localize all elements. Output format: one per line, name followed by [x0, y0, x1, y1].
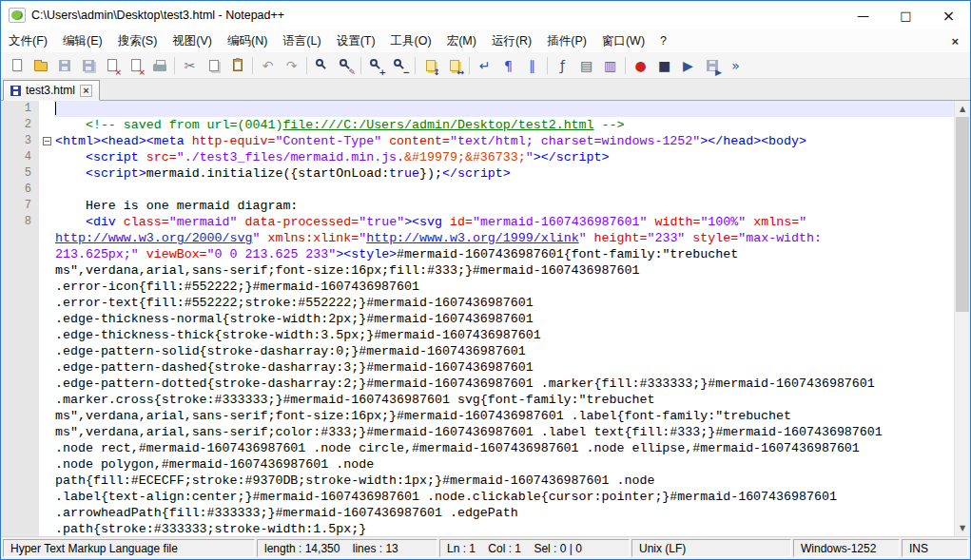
- fold-margin: [39, 230, 54, 246]
- show-indent-guide-button[interactable]: ∥: [520, 54, 544, 77]
- code-line[interactable]: .label{text-align:center;}#mermaid-16074…: [1, 489, 954, 505]
- menu-item-window[interactable]: 窗口(W): [594, 29, 652, 52]
- fold-margin: [39, 392, 54, 408]
- editor[interactable]: 12 <!-- saved from url=(0041)file:///C:/…: [1, 101, 970, 536]
- menubar-close-button[interactable]: ×: [940, 34, 970, 48]
- scrollbar-thumb[interactable]: [956, 117, 969, 312]
- function-list-button[interactable]: ƒ: [551, 54, 574, 77]
- code-line[interactable]: 213.625px;" viewBox="0 0 213.625 233"><s…: [1, 246, 954, 262]
- show-all-characters-button[interactable]: ¶: [496, 54, 520, 77]
- document-list-button[interactable]: ▥: [598, 54, 622, 77]
- print-button[interactable]: [147, 54, 171, 77]
- sync-horizontal-scroll-button[interactable]: ↔: [442, 54, 466, 77]
- menu-item-file[interactable]: 文件(F): [1, 29, 55, 52]
- open-file-button[interactable]: [29, 54, 52, 77]
- code-line[interactable]: .error-icon{fill:#552222;}#mermaid-16074…: [1, 279, 954, 295]
- code-line[interactable]: .path{stroke:#333333;stroke-width:1.5px;…: [1, 521, 954, 536]
- code-line[interactable]: .arrowheadPath{fill:#333333;}#mermaid-16…: [1, 505, 954, 521]
- find-button[interactable]: [310, 54, 334, 77]
- menu-item-language[interactable]: 语言(L): [275, 29, 328, 52]
- cut-button[interactable]: ✂: [178, 54, 202, 77]
- vertical-scrollbar[interactable]: ▲ ▼: [954, 101, 970, 536]
- close-file-button[interactable]: ×: [100, 54, 124, 77]
- start-recording-button[interactable]: ●: [629, 54, 652, 77]
- code-line[interactable]: http://www.w3.org/2000/svg" xmlns:xlink=…: [1, 230, 954, 246]
- zoom-out-button[interactable]: −: [388, 54, 412, 77]
- menu-item-tools[interactable]: 工具(O): [383, 29, 439, 52]
- word-wrap-button[interactable]: ↵: [473, 54, 496, 77]
- code-line[interactable]: ms",verdana,arial,sans-serif;font-size:1…: [1, 262, 954, 279]
- tab-test3-html[interactable]: test3.html ×: [3, 80, 100, 101]
- paste-button[interactable]: [225, 54, 249, 77]
- code-line[interactable]: .edge-pattern-dashed{stroke-dasharray:3;…: [1, 359, 954, 376]
- code-line[interactable]: 2 <!-- saved from url=(0041)file:///C:/U…: [1, 117, 954, 133]
- line-number: [1, 521, 39, 536]
- code-line[interactable]: .marker.cross{stroke:#333333;}#mermaid-1…: [1, 392, 954, 408]
- code-line[interactable]: ms",verdana,arial,sans-serif;color:#333;…: [1, 424, 954, 440]
- code-text: .node polygon,#mermaid-1607436987601 .no…: [54, 456, 954, 473]
- new-file-button[interactable]: [5, 54, 29, 77]
- save-file-button[interactable]: [52, 54, 76, 77]
- menu-item-run[interactable]: 运行(R): [484, 29, 539, 52]
- toolbar-separator: [469, 57, 470, 74]
- fold-margin: [39, 456, 54, 473]
- sync-vertical-scroll-button[interactable]: ↕: [418, 54, 442, 77]
- code-line[interactable]: 1: [1, 101, 954, 117]
- stop-recording-button[interactable]: ■: [652, 54, 676, 77]
- code-line[interactable]: .edge-pattern-solid{stroke-dasharray:0;}…: [1, 343, 954, 359]
- scroll-up-button[interactable]: ▲: [955, 101, 970, 117]
- save-all-button[interactable]: [76, 54, 100, 77]
- tab-close-icon[interactable]: ×: [80, 85, 92, 97]
- notepadpp-app-icon: [9, 8, 26, 23]
- code-line[interactable]: .edge-thickness-normal{stroke-width:2px;…: [1, 311, 954, 327]
- code-line[interactable]: .error-text{fill:#552222;stroke:#552222;…: [1, 295, 954, 311]
- menu-item-search[interactable]: 搜索(S): [110, 29, 165, 52]
- redo-button[interactable]: ↷: [280, 54, 303, 77]
- code-line[interactable]: .node polygon,#mermaid-1607436987601 .no…: [1, 456, 954, 473]
- code-text: .node rect,#mermaid-1607436987601 .node …: [54, 440, 954, 456]
- code-line[interactable]: .node rect,#mermaid-1607436987601 .node …: [1, 440, 954, 456]
- menu-item-help[interactable]: ?: [652, 29, 674, 52]
- replace-button[interactable]: ✎: [334, 54, 358, 77]
- statusbar-cursor-position: Ln : 1 Col : 1 Sel : 0 | 0: [439, 539, 630, 557]
- zoom-in-button[interactable]: +: [364, 54, 388, 77]
- minimize-button[interactable]: —: [842, 1, 884, 29]
- code-line[interactable]: ms",verdana,arial,sans-serif;font-size:1…: [1, 408, 954, 424]
- code-line[interactable]: .edge-pattern-dotted{stroke-dasharray:2;…: [1, 376, 954, 392]
- toolbar-separator: [174, 57, 175, 74]
- line-number: 3: [1, 133, 39, 149]
- code-line[interactable]: 4 <script src="./test3_files/mermaid.min…: [1, 149, 954, 165]
- fold-marker[interactable]: [39, 133, 54, 149]
- fold-collapse-icon[interactable]: [43, 137, 51, 145]
- undo-button[interactable]: ↶: [256, 54, 280, 77]
- playback-macro-button[interactable]: ▶: [676, 54, 700, 77]
- code-line[interactable]: 6: [1, 182, 954, 198]
- code-line[interactable]: 8 <div class="mermaid" data-processed="t…: [1, 214, 954, 230]
- code-line[interactable]: 5 <script>mermaid.initialize({startOnLoa…: [1, 165, 954, 182]
- menu-item-encoding[interactable]: 编码(N): [220, 29, 275, 52]
- code-line[interactable]: .edge-thickness-thick{stroke-width:3.5px…: [1, 327, 954, 343]
- copy-button[interactable]: [202, 54, 225, 77]
- menu-item-settings[interactable]: 设置(T): [329, 29, 383, 52]
- maximize-icon: □: [900, 9, 911, 23]
- code-text: <html><head><meta http-equiv="Content-Ty…: [54, 133, 954, 149]
- code-line[interactable]: path{fill:#ECECFF;stroke:#9370DB;stroke-…: [1, 473, 954, 489]
- fold-margin: [39, 408, 54, 424]
- save-macro-button[interactable]: ▶: [700, 54, 724, 77]
- fold-margin: [39, 279, 54, 295]
- maximize-button[interactable]: □: [884, 1, 927, 29]
- save-all-icon: [83, 60, 94, 71]
- code-line[interactable]: 7 Here is one mermaid diagram:: [1, 198, 954, 214]
- scroll-down-button[interactable]: ▼: [955, 520, 970, 536]
- menu-item-view[interactable]: 视图(V): [165, 29, 220, 52]
- close-all-button[interactable]: ×: [124, 54, 147, 77]
- document-map-button[interactable]: ▤: [574, 54, 598, 77]
- code-text: .edge-pattern-dashed{stroke-dasharray:3;…: [54, 359, 954, 376]
- run-macro-multiple-button[interactable]: »: [724, 54, 748, 77]
- menu-item-macro[interactable]: 宏(M): [439, 29, 484, 52]
- code-line[interactable]: 3<html><head><meta http-equiv="Content-T…: [1, 133, 954, 149]
- close-button[interactable]: ×: [927, 1, 970, 29]
- menu-item-edit[interactable]: 编辑(E): [55, 29, 110, 52]
- code-text: .error-text{fill:#552222;stroke:#552222;…: [54, 295, 954, 311]
- menu-item-plugins[interactable]: 插件(P): [539, 29, 594, 52]
